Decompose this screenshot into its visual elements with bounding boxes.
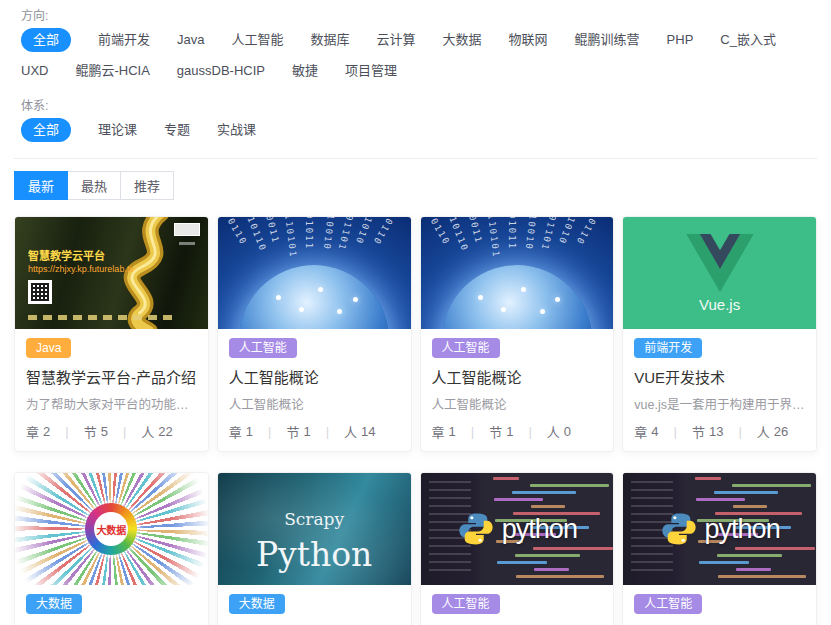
binary-rain-art: 0011 [264, 217, 281, 245]
vue-logo [681, 234, 759, 292]
course-cover-image: 0110101100011110101010111001001101101001… [218, 217, 411, 329]
digital-globe-art [239, 265, 389, 329]
filter-item-敏捷[interactable]: 敏捷 [292, 60, 318, 82]
course-card-6[interactable]: ScrapyPython 大数据 基于Scrapy框架爬虫快速开发(... 本课… [217, 472, 412, 625]
filter-item-实战课[interactable]: 实战课 [217, 119, 256, 141]
course-stats: 章4|节13|人26 [634, 422, 805, 441]
course-cover-image: ScrapyPython [218, 473, 411, 585]
course-description: 人工智能概论 [229, 394, 400, 413]
filter-item-gaussDB-HCIP[interactable]: gaussDB-HCIP [177, 60, 265, 82]
filter-item-云计算[interactable]: 云计算 [377, 29, 416, 51]
sort-tab-最新[interactable]: 最新 [14, 171, 68, 200]
cover-platform-name: 智慧教学云平台 [28, 247, 105, 263]
course-description: vue.js是一套用于构建用于界面的... [634, 394, 805, 413]
system-filter-label: 体系: [21, 96, 817, 113]
course-card-4[interactable]: Vue.js 前端开发 VUE开发技术 vue.js是一套用于构建用于界面的..… [622, 216, 817, 452]
course-card-8[interactable]: python 人工智能 Python程序设计 全面掌握Python编程语言的基本… [622, 472, 817, 625]
course-stats: 章1|节1|人14 [229, 422, 400, 441]
section-divider [14, 158, 817, 159]
globe-node-dot [299, 307, 304, 312]
stat-separator: | [738, 424, 741, 439]
course-title: 智慧教学云平台-产品介绍 [26, 366, 197, 387]
direction-filter-items: 全部前端开发Java人工智能数据库云计算大数据物联网鲲鹏训练营PHPC_嵌入式U… [21, 28, 781, 82]
qr-code [28, 280, 52, 304]
course-cover-image: python [623, 473, 816, 585]
stat-label-chapter: 章 [634, 422, 647, 441]
sort-tab-推荐[interactable]: 推荐 [120, 171, 174, 200]
course-cover-image: python [421, 473, 614, 585]
course-card-3[interactable]: 0110101100011110101010111001001101101001… [420, 216, 615, 452]
binary-rain-art: 10010 [524, 217, 538, 251]
section-count: 5 [101, 424, 108, 439]
course-category-tag: 大数据 [26, 594, 82, 614]
filter-item-物联网[interactable]: 物联网 [509, 29, 548, 51]
course-card-7[interactable]: python 人工智能 科学计算与数据分析基础(Pyth... 本课程介绍Num… [420, 472, 615, 625]
stat-label-person: 人 [344, 422, 357, 441]
direction-filter-label: 方向: [21, 6, 817, 23]
filter-item-PHP[interactable]: PHP [667, 29, 694, 51]
course-description: 为了帮助大家对平台的功能加深理... [26, 394, 197, 413]
chapter-count: 1 [449, 424, 456, 439]
stat-separator: | [123, 424, 126, 439]
people-count: 0 [564, 424, 571, 439]
python-logo [457, 510, 495, 548]
chapter-count: 1 [246, 424, 253, 439]
stat-label-person: 人 [141, 422, 154, 441]
filter-item-Java[interactable]: Java [177, 29, 204, 51]
filter-item-大数据[interactable]: 大数据 [443, 29, 482, 51]
scrapy-wordmark: Scrapy [218, 509, 411, 529]
binary-rain-art: 0110 [371, 217, 395, 247]
filter-item-鲲鹏云-HCIA[interactable]: 鲲鹏云-HCIA [75, 60, 149, 82]
people-count: 22 [158, 424, 172, 439]
course-grid: 智慧教学云平台https://zhjxy.kp.futurelab.tv Jav… [14, 216, 817, 625]
binary-rain-art: 0011 [467, 217, 484, 245]
filter-item-前端开发[interactable]: 前端开发 [98, 29, 150, 51]
stat-separator: | [528, 424, 531, 439]
binary-rain-art: 110101 [486, 217, 501, 259]
rainbow-ring: 大数据 [85, 503, 137, 555]
course-cover-image: 智慧教学云平台https://zhjxy.kp.futurelab.tv [15, 217, 208, 329]
filter-item-专题[interactable]: 专题 [164, 119, 190, 141]
filter-item-人工智能[interactable]: 人工智能 [232, 29, 284, 51]
filter-item-UXD[interactable]: UXD [21, 60, 48, 82]
chapter-count: 2 [43, 424, 50, 439]
python-brand: python [421, 473, 614, 585]
filter-item-数据库[interactable]: 数据库 [311, 29, 350, 51]
sort-tab-最热[interactable]: 最热 [67, 171, 121, 200]
course-cover-image: 0110101100011110101010111001001101101001… [421, 217, 614, 329]
binary-rain-art: 0110 [574, 217, 598, 247]
filter-item-项目管理[interactable]: 项目管理 [345, 60, 397, 82]
stat-separator: | [268, 424, 271, 439]
course-title: VUE开发技术 [634, 366, 805, 387]
python-brand: python [623, 473, 816, 585]
globe-node-dot [276, 295, 281, 300]
stat-separator: | [65, 424, 68, 439]
vue-wordmark: Vue.js [699, 296, 740, 313]
course-card-2[interactable]: 0110101100011110101010111001001101101001… [217, 216, 412, 452]
filter-item-C_嵌入式[interactable]: C_嵌入式 [720, 29, 776, 51]
digital-globe-art [442, 265, 592, 329]
course-category-tag: 人工智能 [634, 594, 702, 614]
course-title: 人工智能概论 [432, 366, 603, 387]
stat-label-person: 人 [547, 422, 560, 441]
stat-separator: | [326, 424, 329, 439]
stat-label-section: 节 [489, 422, 502, 441]
filter-item-全部[interactable]: 全部 [21, 118, 71, 142]
globe-node-dot [540, 309, 545, 314]
stat-label-person: 人 [757, 422, 770, 441]
people-count: 14 [361, 424, 375, 439]
filter-item-全部[interactable]: 全部 [21, 28, 71, 52]
course-list-page: 方向: 全部前端开发Java人工智能数据库云计算大数据物联网鲲鹏训练营PHPC_… [0, 0, 831, 625]
globe-node-dot [318, 287, 323, 292]
cover-logo-badge [174, 223, 200, 236]
filter-item-鲲鹏训练营[interactable]: 鲲鹏训练营 [575, 29, 640, 51]
course-card-5[interactable]: 大数据 大数据 Hadoop大数据开发 Hadoop大数据开发介绍 章8|节34… [14, 472, 209, 625]
people-count: 26 [774, 424, 788, 439]
system-filter: 体系: 全部理论课专题实战课 [14, 96, 817, 142]
course-card-1[interactable]: 智慧教学云平台https://zhjxy.kp.futurelab.tv Jav… [14, 216, 209, 452]
stat-separator: | [471, 424, 474, 439]
python-wordmark: python [502, 514, 577, 545]
filter-item-理论课[interactable]: 理论课 [98, 119, 137, 141]
course-category-tag: 前端开发 [634, 338, 702, 358]
course-stats: 章1|节1|人0 [432, 422, 603, 441]
